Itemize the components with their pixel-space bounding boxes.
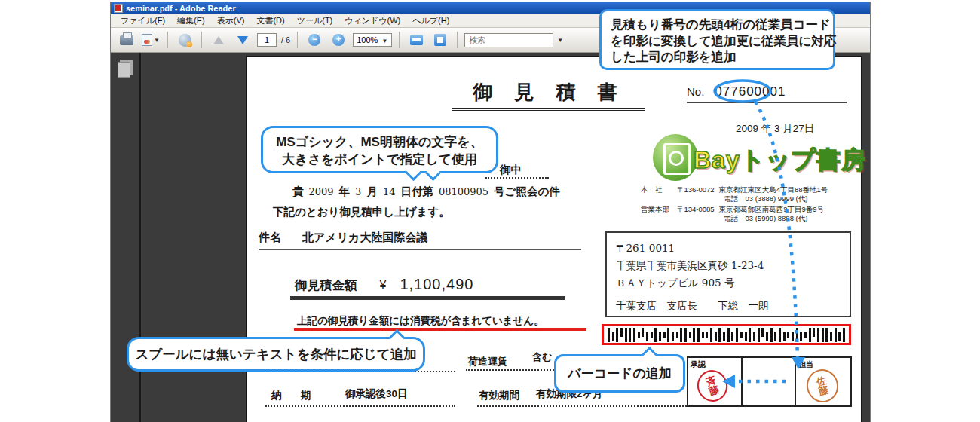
zoom-level-select[interactable]: 100% ▼ — [353, 33, 392, 47]
hq-row: 本 社〒136-0072東京都江東区大島4丁目88番地1号 電話 03 (388… — [641, 185, 859, 203]
barcode-bar — [843, 328, 845, 342]
barcode-bar — [667, 328, 669, 342]
barcode-bar — [693, 328, 695, 342]
barcode-bar — [787, 332, 789, 338]
barcode-bar — [835, 328, 837, 342]
ruled-dotted-line — [477, 405, 690, 407]
charge-cell: 担当 佐藤 — [796, 358, 850, 405]
collaborate-button[interactable] — [175, 30, 194, 50]
callout-font-note: MSゴシック、MS明朝体の文字を、 大きさをポイントで指定して使用 — [261, 126, 498, 173]
minus-icon: − — [308, 34, 320, 46]
menu-tools[interactable]: ツール(T) — [292, 14, 338, 27]
barcode-bar — [809, 328, 811, 342]
callout-line: バーコードの追加 — [556, 356, 683, 390]
page-number-input[interactable] — [257, 33, 277, 47]
ref-part: 14 — [383, 186, 396, 197]
amount-value: 1,100,490 — [400, 276, 473, 292]
callout-line: を印影に変換して追加更に従業員に対応 — [611, 33, 824, 50]
hq-label: 営業本部 — [641, 205, 672, 214]
hq-label: 本 社 — [641, 185, 672, 194]
ruled-dotted-line — [265, 405, 455, 407]
hq-postal: 〒134-0085 — [677, 205, 715, 214]
fit-width-icon — [410, 35, 423, 45]
menu-window[interactable]: ウィンドウ(W) — [339, 14, 406, 27]
barcode-bar — [822, 328, 824, 342]
barcode-bar — [710, 328, 712, 342]
barcode-bar — [723, 332, 725, 341]
zoom-out-button[interactable]: − — [305, 30, 324, 50]
search-input[interactable] — [464, 33, 553, 47]
freight-label: 荷造運賃 — [468, 355, 507, 368]
fit-width-button[interactable] — [406, 30, 426, 50]
barcode-bar — [749, 328, 751, 342]
zoom-in-button[interactable]: + — [329, 30, 348, 50]
arrow-down-icon — [237, 36, 248, 44]
printer-icon — [120, 35, 133, 45]
plus-icon: + — [332, 34, 345, 46]
menu-edit[interactable]: 編集(E) — [172, 14, 210, 27]
barcode-bar — [774, 332, 776, 341]
barcode-bar — [753, 332, 755, 341]
barcode-bar — [680, 328, 682, 342]
barcode-bar — [684, 328, 687, 342]
barcode-bar — [663, 332, 666, 338]
barcode-bar — [830, 332, 832, 341]
approval-label: 承認 — [691, 360, 706, 368]
barcode-bar — [625, 328, 627, 342]
person-stamp: 佐藤 — [804, 366, 842, 406]
freight-value: 含む — [532, 350, 552, 364]
barcode — [602, 324, 851, 345]
menu-file[interactable]: ファイル(F) — [115, 14, 170, 27]
email-button[interactable]: ▼ — [141, 30, 161, 50]
amount-row: 御見積金額¥1,100,490 — [295, 276, 473, 294]
barcode-bar — [633, 328, 635, 342]
barcode-bar — [796, 328, 798, 342]
barcode-bar — [638, 332, 640, 338]
fit-page-button[interactable] — [430, 30, 450, 50]
barcode-bar — [761, 328, 764, 337]
tax-note: 上記の御見積り金額には消費税が含まれていません。 — [297, 314, 544, 328]
callout-line: した上司の印影を追加 — [611, 49, 824, 66]
pages-panel-icon[interactable] — [118, 62, 130, 78]
barcode-bar — [659, 332, 661, 341]
barcode-bar — [736, 328, 738, 342]
ref-part: 年 — [339, 185, 351, 197]
barcode-bar — [800, 332, 802, 341]
addressee-honorific: 御中 — [500, 163, 522, 177]
menu-view[interactable]: 表示(V) — [212, 14, 250, 27]
barcode-bar — [715, 332, 717, 341]
previous-page-button[interactable] — [209, 30, 228, 50]
next-page-button[interactable] — [233, 30, 253, 50]
menu-help[interactable]: ヘルプ(H) — [407, 14, 455, 27]
hq-tel: 電話 03 (5999) 8888 (代) — [724, 214, 859, 223]
approval-cell: 承認 斉藤 — [688, 358, 743, 405]
hq-row: 営業本部〒134-0085東京都葛飾区南葛西9丁目9番9号 電話 03 (599… — [641, 205, 859, 223]
barcode-bar — [608, 328, 610, 342]
print-button[interactable] — [117, 30, 136, 50]
barcode-bar — [620, 328, 623, 337]
chevron-down-icon: ▼ — [381, 38, 387, 44]
delivery-value: 御承認後30日 — [345, 387, 408, 401]
barcode-bar — [813, 328, 815, 337]
subject-row: 件名北アメリカ大陸国際会議 — [259, 231, 581, 250]
delivery-label: 納 期 — [271, 389, 316, 402]
menu-document[interactable]: 文書(D) — [251, 14, 289, 27]
estimate-number-row: No.077600001 — [687, 84, 847, 103]
document-title: 御 見 積 書 — [452, 79, 645, 111]
company-logo-icon — [653, 134, 698, 181]
company-address-block: 本 社〒136-0072東京都江東区大島4丁目88番地1号 電話 03 (388… — [641, 185, 859, 225]
barcode-bar — [612, 332, 614, 341]
amount-underline — [290, 296, 565, 300]
barcode-bar — [629, 328, 631, 342]
recipient-address-box: 〒261-0011 千葉県千葉市美浜区真砂 1-23-4 ＢＡＹトップビル 90… — [605, 231, 851, 317]
toolbar-separator — [297, 32, 298, 48]
person-stamp-text: 佐藤 — [816, 375, 830, 396]
addressee-underline — [485, 177, 549, 179]
document-date: 2009 年 3 月27日 — [736, 122, 814, 136]
barcode-bar — [697, 328, 700, 342]
callout-stamp-note: 見積もり番号の先頭4桁の従業員コード を印影に変換して追加更に従業員に対応 した… — [599, 9, 835, 70]
window-title: seminar.pdf - Adobe Reader — [126, 4, 236, 13]
barcode-bar — [804, 332, 807, 338]
ref-part: 号ご照会の件 — [494, 185, 560, 197]
company-logo-text: Bayトップ書房 — [694, 144, 866, 177]
